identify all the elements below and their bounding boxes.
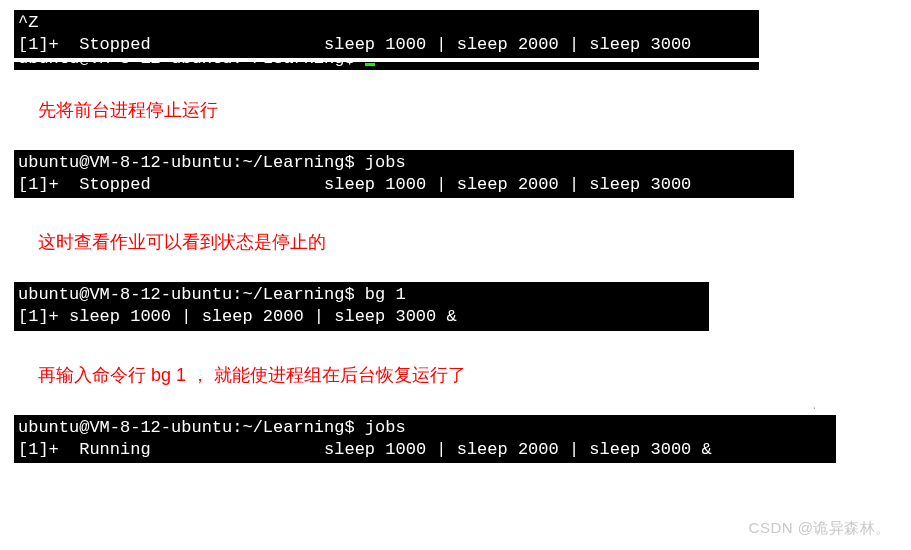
term4-line2-right: sleep 1000 | sleep 2000 | sleep 3000 &	[324, 440, 712, 459]
term3-line2: [1]+ sleep 1000 | sleep 2000 | sleep 300…	[18, 307, 457, 326]
terminal-stub-line: ubuntu@VM-8-12-ubuntu:~/Learning$	[14, 62, 759, 70]
terminal-block-2: ubuntu@VM-8-12-ubuntu:~/Learning$ jobs […	[14, 150, 794, 198]
caption-1: 先将前台进程停止运行	[14, 70, 897, 150]
terminal-block-3: ubuntu@VM-8-12-ubuntu:~/Learning$ bg 1 […	[14, 282, 709, 330]
terminal-block-4: ubuntu@VM-8-12-ubuntu:~/Learning$ jobs […	[14, 415, 836, 463]
term1-line1: ^Z	[18, 13, 38, 32]
tiny-dot: .	[813, 398, 816, 412]
term2-line2-space	[151, 175, 324, 194]
term1-line2-space	[151, 35, 324, 54]
term3-line1: ubuntu@VM-8-12-ubuntu:~/Learning$ bg 1	[18, 285, 406, 304]
page-container: ^Z [1]+ Stopped sleep 1000 | sleep 2000 …	[0, 0, 911, 477]
term2-line1: ubuntu@VM-8-12-ubuntu:~/Learning$ jobs	[18, 153, 406, 172]
terminal-block-1: ^Z [1]+ Stopped sleep 1000 | sleep 2000 …	[14, 10, 759, 58]
term4-line2-left: [1]+ Running	[18, 440, 151, 459]
caption-2: 这时查看作业可以看到状态是停止的	[14, 202, 897, 282]
term2-line2-left: [1]+ Stopped	[18, 175, 151, 194]
term4-line1: ubuntu@VM-8-12-ubuntu:~/Learning$ jobs	[18, 418, 406, 437]
caption-3: 再输入命令行 bg 1 ， 就能使进程组在后台恢复运行了	[14, 335, 897, 415]
term1-line2-left: [1]+ Stopped	[18, 35, 151, 54]
term1-line2-right: sleep 1000 | sleep 2000 | sleep 3000	[324, 35, 691, 54]
cursor-icon	[365, 63, 375, 66]
term2-line2-right: sleep 1000 | sleep 2000 | sleep 3000	[324, 175, 691, 194]
term4-line2-space	[151, 440, 324, 459]
watermark: CSDN @诡异森林。	[749, 519, 891, 538]
